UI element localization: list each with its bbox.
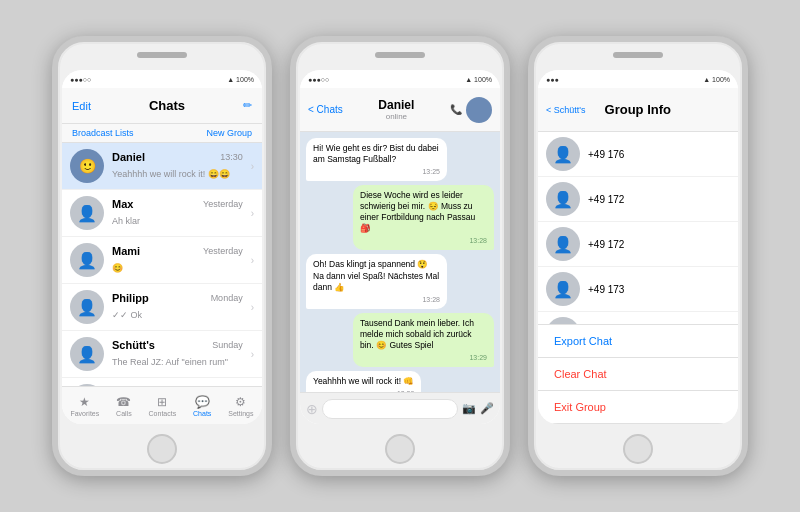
chat-name-max: Max — [112, 198, 133, 210]
message-2-time: 13:28 — [360, 236, 487, 245]
chat-arrow-max: › — [251, 208, 254, 219]
chat-nav: < Chats Daniel online 📞 — [300, 88, 500, 132]
tab-favorites-label: Favorites — [70, 410, 99, 417]
chat-item-mami[interactable]: 👤 Mami Yesterday 😊 › — [62, 237, 262, 284]
message-3-text: Oh! Das klingt ja spannend 😲 Na dann vie… — [313, 259, 439, 291]
chat-name-schutts: Schütt's — [112, 339, 155, 351]
avatar-member-2: 👤 — [546, 182, 580, 216]
phone-3-screen: ●●● ▲ 100% < Schütt's Group Info 👤 +49 1… — [538, 70, 738, 424]
chat-info-daniel: Daniel 13:30 Yeahhhh we will rock it! 😄😄 — [112, 151, 243, 181]
contact-avatar-2[interactable] — [466, 97, 492, 123]
avatar-mami: 👤 — [70, 243, 104, 277]
camera-icon[interactable]: 📷 — [462, 402, 476, 415]
member-3[interactable]: 👤 +49 172 — [538, 222, 738, 267]
message-5: Yeahhhh we will rock it! 👊 13:30 — [306, 371, 421, 392]
tab-settings-label: Settings — [228, 410, 253, 417]
chat-info-mami: Mami Yesterday 😊 — [112, 245, 243, 275]
chat-item-daniel[interactable]: 🙂 Daniel 13:30 Yeahhhh we will rock it! … — [62, 143, 262, 190]
chat-name-philipp: Philipp — [112, 292, 149, 304]
message-4: Tausend Dank mein lieber. Ich melde mich… — [353, 313, 494, 367]
carrier-3: ●●● — [546, 76, 559, 83]
edit-button[interactable]: Edit — [72, 100, 91, 112]
tab-chats-label: Chats — [193, 410, 211, 417]
status-bar-1: ●●●○○ ▲ 100% — [62, 70, 262, 88]
chat-info-schutts: Schütt's Sunday The Real JZ: Auf "einen … — [112, 339, 243, 369]
message-1: Hi! Wie geht es dir? Bist du dabei am Sa… — [306, 138, 447, 181]
home-button-3[interactable] — [623, 434, 653, 464]
carrier-2: ●●●○○ — [308, 76, 329, 83]
tab-favorites[interactable]: ★ Favorites — [70, 395, 99, 417]
attach-icon[interactable]: ⊕ — [306, 401, 318, 417]
tab-chats[interactable]: 💬 Chats — [193, 395, 211, 417]
avatar-schutts: 👤 — [70, 337, 104, 371]
compose-button[interactable]: ✏ — [243, 99, 252, 112]
phone-3: ●●● ▲ 100% < Schütt's Group Info 👤 +49 1… — [528, 36, 748, 476]
exit-group-button[interactable]: Exit Group — [538, 391, 738, 424]
chat-time-max: Yesterday — [203, 199, 243, 209]
member-3-phone: +49 172 — [588, 239, 624, 250]
avatar-daniel: 🙂 — [70, 149, 104, 183]
clear-chat-button[interactable]: Clear Chat — [538, 358, 738, 391]
mic-icon[interactable]: 🎤 — [480, 402, 494, 415]
wifi-battery-2: ▲ 100% — [465, 76, 492, 83]
message-input[interactable] — [322, 399, 458, 419]
chat-item-philipp[interactable]: 👤 Philipp Monday ✓✓ Ok › — [62, 284, 262, 331]
phone-1: ●●●○○ ▲ 100% Edit Chats ✏ Broadcast List… — [52, 36, 272, 476]
back-button-2[interactable]: < Chats — [308, 104, 343, 115]
avatar-member-4: 👤 — [546, 272, 580, 306]
phone-2-screen: ●●●○○ ▲ 100% < Chats Daniel online 📞 Hi!… — [300, 70, 500, 424]
message-5-text: Yeahhhh we will rock it! 👊 — [313, 376, 414, 386]
chat-list: 🙂 Daniel 13:30 Yeahhhh we will rock it! … — [62, 143, 262, 386]
call-button[interactable]: 📞 — [450, 104, 462, 115]
chat-list-actions: Broadcast Lists New Group — [62, 124, 262, 143]
chat-arrow-schutts: › — [251, 349, 254, 360]
chat-time-mami: Yesterday — [203, 246, 243, 256]
message-1-text: Hi! Wie geht es dir? Bist du dabei am Sa… — [313, 143, 439, 164]
back-button-3[interactable]: < Schütt's — [546, 105, 586, 115]
message-4-time: 13:29 — [360, 353, 487, 362]
home-button-1[interactable] — [147, 434, 177, 464]
input-bar: ⊕ 📷 🎤 — [300, 392, 500, 424]
chats-title: Chats — [149, 98, 185, 113]
export-chat-button[interactable]: Export Chat — [538, 325, 738, 358]
phone-1-screen: ●●●○○ ▲ 100% Edit Chats ✏ Broadcast List… — [62, 70, 262, 424]
chat-name-daniel: Daniel — [112, 151, 145, 163]
member-1[interactable]: 👤 +49 176 — [538, 132, 738, 177]
chat-preview-daniel: Yeahhhh we will rock it! 😄😄 — [112, 169, 230, 179]
chat-arrow-daniel: › — [251, 161, 254, 172]
chats-icon: 💬 — [195, 395, 210, 409]
phone-2: ●●●○○ ▲ 100% < Chats Daniel online 📞 Hi!… — [290, 36, 510, 476]
messages-area: Hi! Wie geht es dir? Bist du dabei am Sa… — [300, 132, 500, 392]
phones-container: ●●●○○ ▲ 100% Edit Chats ✏ Broadcast List… — [52, 36, 748, 476]
message-5-time: 13:30 — [313, 389, 414, 392]
member-5[interactable]: 👤 +49 176 — [538, 312, 738, 324]
avatar-member-3: 👤 — [546, 227, 580, 261]
message-3: Oh! Das klingt ja spannend 😲 Na dann vie… — [306, 254, 447, 308]
status-bar-2: ●●●○○ ▲ 100% — [300, 70, 500, 88]
chat-time-philipp: Monday — [211, 293, 243, 303]
message-2-text: Diese Woche wird es leider schwierig bei… — [360, 190, 475, 233]
tab-settings[interactable]: ⚙ Settings — [228, 395, 253, 417]
chat-preview-max: Ah klar — [112, 216, 140, 226]
chat-arrow-mami: › — [251, 255, 254, 266]
new-group-button[interactable]: New Group — [206, 128, 252, 138]
home-button-2[interactable] — [385, 434, 415, 464]
message-4-text: Tausend Dank mein lieber. Ich melde mich… — [360, 318, 474, 350]
message-3-time: 13:28 — [313, 295, 440, 304]
broadcast-lists-button[interactable]: Broadcast Lists — [72, 128, 134, 138]
member-4[interactable]: 👤 +49 173 — [538, 267, 738, 312]
avatar-member-1: 👤 — [546, 137, 580, 171]
chat-item-schutts[interactable]: 👤 Schütt's Sunday The Real JZ: Auf "eine… — [62, 331, 262, 378]
tab-contacts[interactable]: ⊞ Contacts — [149, 395, 177, 417]
member-2[interactable]: 👤 +49 172 — [538, 177, 738, 222]
settings-icon: ⚙ — [235, 395, 246, 409]
chat-item-max[interactable]: 👤 Max Yesterday Ah klar › — [62, 190, 262, 237]
tab-calls[interactable]: ☎ Calls — [116, 395, 132, 417]
chat-item-brat[interactable]: 👤 Brat Saturday › — [62, 378, 262, 386]
chat-preview-schutts: The Real JZ: Auf "einen rum" — [112, 357, 228, 367]
star-icon: ★ — [79, 395, 90, 409]
group-info-title: Group Info — [605, 102, 671, 117]
nav-bar-1: Edit Chats ✏ — [62, 88, 262, 124]
member-4-phone: +49 173 — [588, 284, 624, 295]
chat-time-daniel: 13:30 — [220, 152, 243, 162]
